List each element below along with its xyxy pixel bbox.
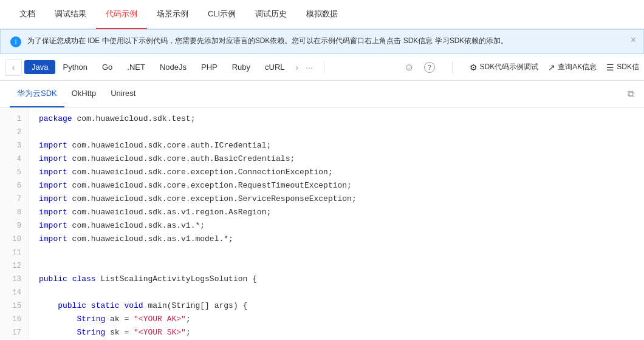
line-num-4: 4	[7, 152, 21, 166]
code-line-9: import com.huaweicloud.sdk.as.v1.*;	[39, 219, 634, 233]
line-numbers: 1 2 3 4 5 6 7 8 9 10 11 12 13 14 15 16 1…	[0, 107, 29, 339]
close-banner-button[interactable]: ×	[631, 35, 636, 46]
line-num-16: 16	[7, 313, 21, 326]
sdk-info-button[interactable]: ☰ SDK信	[606, 62, 639, 72]
info-icon: i	[10, 36, 21, 47]
sdk-tab-okhttp[interactable]: OkHttp	[64, 81, 103, 107]
lang-tab-java[interactable]: Java	[24, 60, 55, 74]
nav-item-code-example[interactable]: 代码示例	[96, 0, 147, 29]
line-num-5: 5	[7, 166, 21, 179]
line-num-11: 11	[7, 246, 21, 259]
code-line-15: public static void main(String[] args) {	[39, 299, 634, 313]
lang-tab-net[interactable]: .NET	[120, 60, 152, 74]
line-num-12: 12	[7, 259, 21, 273]
nav-item-debug-history[interactable]: 调试历史	[245, 0, 296, 29]
copy-code-button[interactable]: ⧉	[628, 89, 634, 100]
sdk-tab-unirest[interactable]: Unirest	[103, 81, 143, 107]
info-banner: i 为了保证您成功在 IDE 中使用以下示例代码，您需要先添加对应语言的SDK依…	[0, 29, 644, 54]
code-line-2	[39, 126, 634, 139]
code-line-6: import com.huaweicloud.sdk.core.exceptio…	[39, 179, 634, 192]
code-line-13: public class ListScalingActivityLogsSolu…	[39, 273, 634, 286]
lang-tab-python[interactable]: Python	[55, 60, 94, 74]
sdk-bar: 华为云SDK OkHttp Unirest ⧉	[0, 81, 644, 107]
lang-tab-go[interactable]: Go	[95, 60, 120, 74]
sdk-tab-huaweicloud[interactable]: 华为云SDK	[10, 81, 64, 107]
nav-item-mock-data[interactable]: 模拟数据	[296, 0, 348, 29]
code-line-1: package com.huaweicloud.sdk.test;	[39, 112, 634, 126]
sdk-info-icon: ☰	[606, 63, 614, 72]
code-line-10: import com.huaweicloud.sdk.as.v1.model.*…	[39, 233, 634, 246]
line-num-1: 1	[7, 112, 21, 126]
line-num-2: 2	[7, 126, 21, 139]
line-num-17: 17	[7, 326, 21, 339]
banner-text: 为了保证您成功在 IDE 中使用以下示例代码，您需要先添加对应语言的SDK依赖。…	[27, 36, 508, 46]
code-line-11	[39, 246, 634, 259]
lang-tab-php[interactable]: PHP	[194, 60, 225, 74]
nav-item-test-result[interactable]: 调试结果	[45, 0, 96, 29]
line-num-7: 7	[7, 192, 21, 206]
feedback-icon[interactable]: ☺	[404, 62, 414, 73]
top-nav: 文档 调试结果 代码示例 场景示例 CLI示例 调试历史 模拟数据	[0, 0, 644, 29]
nav-item-cli-example[interactable]: CLI示例	[198, 0, 245, 29]
code-line-14	[39, 286, 634, 299]
lang-divider	[324, 61, 324, 73]
line-num-3: 3	[7, 139, 21, 152]
lang-ellipsis-button[interactable]: ···	[302, 60, 317, 75]
line-num-9: 9	[7, 219, 21, 233]
sdk-debug-icon: ⚙	[470, 63, 478, 72]
sdk-info-label: SDK信	[617, 62, 639, 72]
code-line-17: String sk = "<YOUR SK>";	[39, 326, 634, 339]
lang-bar: ‹ Java Python Go .NET NodeJs PHP Ruby cU…	[0, 54, 644, 81]
line-num-6: 6	[7, 179, 21, 192]
code-line-5: import com.huaweicloud.sdk.core.exceptio…	[39, 166, 634, 179]
lang-more-button[interactable]: ›	[292, 60, 303, 75]
line-num-14: 14	[7, 286, 21, 299]
code-content: package com.huaweicloud.sdk.test; import…	[29, 107, 644, 339]
line-num-13: 13	[7, 273, 21, 286]
help-icon[interactable]: ?	[424, 62, 435, 73]
lang-actions: ☺ ? ⚙ SDK代码示例调试 ↗ 查询AK信息 ☰ SDK信	[404, 61, 639, 73]
query-ak-label: 查询AK信息	[558, 62, 597, 72]
code-line-12	[39, 259, 634, 273]
code-line-7: import com.huaweicloud.sdk.core.exceptio…	[39, 192, 634, 206]
lang-tab-ruby[interactable]: Ruby	[225, 60, 258, 74]
sdk-debug-button[interactable]: ⚙ SDK代码示例调试	[470, 62, 539, 72]
code-area: 1 2 3 4 5 6 7 8 9 10 11 12 13 14 15 16 1…	[0, 107, 644, 339]
lang-prev-button[interactable]: ‹	[5, 59, 22, 76]
lang-tab-nodejs[interactable]: NodeJs	[152, 60, 194, 74]
query-ak-button[interactable]: ↗ 查询AK信息	[548, 62, 597, 72]
line-num-15: 15	[7, 299, 21, 313]
lang-divider2	[452, 61, 453, 73]
nav-item-docs[interactable]: 文档	[10, 0, 45, 29]
lang-tab-curl[interactable]: cURL	[258, 60, 292, 74]
sdk-debug-label: SDK代码示例调试	[480, 62, 539, 72]
line-num-10: 10	[7, 233, 21, 246]
code-line-16: String ak = "<YOUR AK>";	[39, 313, 634, 326]
code-line-4: import com.huaweicloud.sdk.core.auth.Bas…	[39, 152, 634, 166]
line-num-8: 8	[7, 206, 21, 219]
code-line-8: import com.huaweicloud.sdk.as.v1.region.…	[39, 206, 634, 219]
nav-item-scene-example[interactable]: 场景示例	[147, 0, 198, 29]
query-ak-icon: ↗	[548, 63, 555, 72]
code-line-3: import com.huaweicloud.sdk.core.auth.ICr…	[39, 139, 634, 152]
